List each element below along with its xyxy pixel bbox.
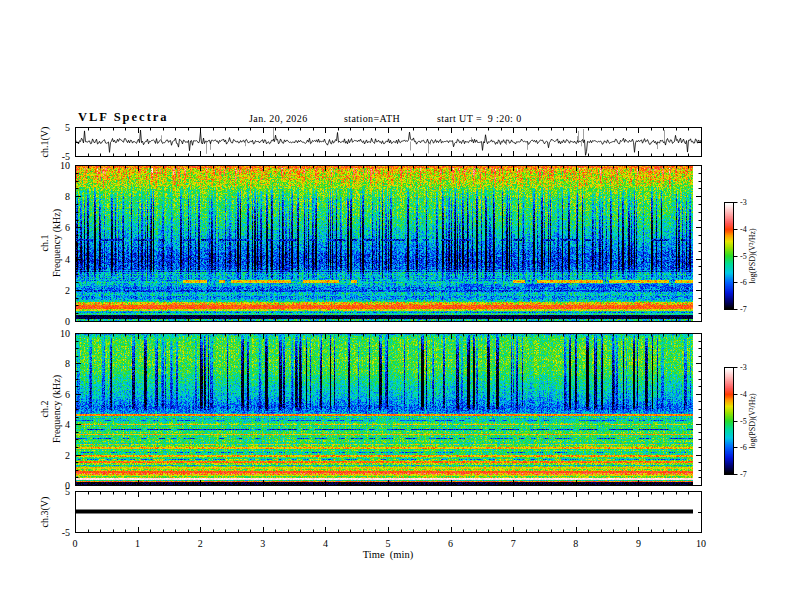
ch1-voltage-waveform-panel — [75, 127, 702, 157]
tick-label: 5 — [386, 538, 391, 549]
ch2-axis-label-line1: ch.2 — [39, 375, 51, 443]
plot-date: Jan. 20, 2026 — [249, 113, 308, 124]
tick-label: 6 — [65, 388, 70, 399]
ch1-axis-label-line2: Frequency (kHz) — [51, 209, 63, 277]
tick-label: 4 — [65, 419, 70, 430]
tick-label: -4 — [740, 389, 747, 398]
tick-label: -4 — [740, 224, 747, 233]
colorbar-ch2 — [724, 367, 740, 475]
tick-label: 2 — [198, 538, 203, 549]
ch1-axis-label-line1: ch.1 — [39, 209, 51, 277]
ch2-spectrogram-panel — [75, 333, 702, 486]
tick-label: 7 — [511, 538, 516, 549]
x-axis-title: Time (min) — [363, 549, 413, 560]
tick-label: 4 — [65, 253, 70, 264]
ch2-axis-label-line2: Frequency (kHz) — [51, 375, 63, 443]
tick-label: 3 — [260, 538, 265, 549]
tick-label: -3 — [740, 198, 747, 207]
plot-title: VLF Spectra — [78, 110, 169, 125]
tick-label: 5 — [65, 486, 70, 497]
ch3-voltage-trace-panel — [75, 491, 702, 533]
tick-label: 10 — [60, 328, 70, 339]
tick-label: 6 — [448, 538, 453, 549]
colorbar2-label: log(PSD)(V²/Hz) — [748, 393, 757, 448]
tick-label: 8 — [65, 191, 70, 202]
tick-label: 4 — [323, 538, 328, 549]
tick-label: 8 — [573, 538, 578, 549]
tick-label: 2 — [65, 449, 70, 460]
tick-label: 8 — [65, 358, 70, 369]
colorbar-ch1 — [724, 202, 740, 310]
tick-label: 6 — [65, 222, 70, 233]
tick-label: -7 — [740, 305, 747, 314]
ch2-frequency-axis-label: ch.2 Frequency (kHz) — [39, 375, 63, 443]
station-label: station=ATH — [344, 113, 400, 124]
ch1-spectrogram-panel — [75, 165, 702, 322]
tick-label: 9 — [636, 538, 641, 549]
tick-label: -7 — [740, 470, 747, 479]
tick-label: 10 — [696, 538, 706, 549]
ch3-voltage-axis-label: ch.3(V) — [39, 497, 50, 528]
tick-label: -6 — [740, 278, 747, 287]
tick-label: -5 — [740, 416, 747, 425]
tick-label: -5 — [62, 527, 70, 538]
tick-label: 2 — [65, 284, 70, 295]
tick-label: -3 — [740, 363, 747, 372]
colorbar1-label: log(PSD)(V²/Hz) — [748, 228, 757, 283]
tick-label: 5 — [65, 122, 70, 133]
tick-label: -6 — [740, 443, 747, 452]
start-ut-label: start UT = 9 :20: 0 — [437, 113, 522, 124]
tick-label: -5 — [62, 151, 70, 162]
tick-label: 0 — [73, 538, 78, 549]
ch1-voltage-axis-label: ch.1(V) — [39, 127, 50, 158]
vlf-spectra-plot: VLF Spectra Jan. 20, 2026 station=ATH st… — [0, 0, 792, 612]
tick-label: 0 — [65, 316, 70, 327]
tick-label: -5 — [740, 251, 747, 260]
tick-label: 1 — [135, 538, 140, 549]
ch1-frequency-axis-label: ch.1 Frequency (kHz) — [39, 209, 63, 277]
